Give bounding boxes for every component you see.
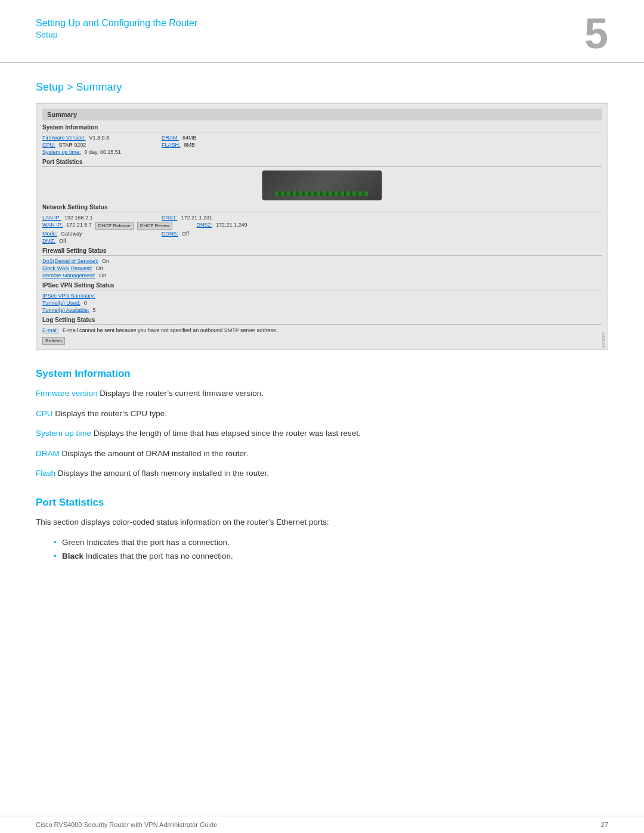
ui-flash-value: 8MB	[184, 142, 196, 148]
flash-paragraph: Flash Displays the amount of flash memor…	[36, 467, 608, 480]
port-stats-heading: Port Statistics	[36, 497, 608, 509]
ui-block-wan-label: Block WAN Request:	[42, 265, 92, 271]
ui-uptime-value: 0 day, 00:15:51	[85, 149, 121, 155]
ui-wan-col: WAN IP: 172.21.5.7 DHCP Release DHCP Ren…	[42, 222, 172, 230]
ui-lan-col: LAN IP: 192.168.2.1	[42, 215, 138, 221]
cpu-paragraph: CPU Displays the router’s CPU type.	[36, 407, 608, 420]
ui-remote-mgmt-value: On	[99, 272, 106, 278]
ui-dram-col: DRAM: 64MB	[162, 135, 257, 141]
cpu-desc: Displays the router’s CPU type.	[53, 409, 168, 418]
ui-firewall-header: Firewall Setting Status	[42, 247, 602, 256]
cpu-term: CPU	[36, 409, 53, 418]
ui-tunnels-used-col: Tunnel(s) Used: 0	[42, 300, 138, 306]
ui-remote-mgmt-row: Remote Management: On	[42, 272, 602, 278]
ui-flash-col: FLASH: 8MB	[162, 142, 257, 148]
ui-ipsec-summary-label: IPSec VPN Summary:	[42, 293, 95, 299]
chapter-subtitle: Setup	[36, 30, 197, 39]
dhcp-renew-button[interactable]: DHCP Renew	[137, 222, 173, 230]
setup-summary-heading: Setup > Summary	[36, 81, 608, 94]
ui-dram-label: DRAM:	[162, 135, 179, 141]
ui-cpu-value: STAR 9202	[59, 142, 86, 148]
ui-email-value: E-mail cannot be sent because you have n…	[63, 327, 277, 333]
ui-refresh-row: Refresh	[42, 337, 602, 345]
router-image	[262, 171, 382, 200]
firmware-term: Firmware version	[36, 389, 98, 398]
ui-ipsec-summary-row: IPSec VPN Summary:	[42, 293, 602, 299]
ui-dram-value: 64MB	[182, 135, 197, 141]
ui-email-col: E-mail: E-mail cannot be sent because yo…	[42, 327, 281, 333]
ui-mockup-title: Summary	[42, 109, 602, 120]
port-stats-intro: This section displays color-coded status…	[36, 516, 608, 529]
ui-dns2-col: DNS2: 172.21.1.249	[196, 222, 292, 230]
ui-mode-col: Mode: Gateway	[42, 231, 138, 237]
ui-tunnels-avail-row: Tunnel(s) Available: 5	[42, 307, 602, 313]
ui-port-stats-header: Port Statistics	[42, 159, 602, 167]
ui-remote-mgmt-label: Remote Management:	[42, 272, 95, 278]
footer-right: 27	[601, 821, 608, 828]
ui-firmware-col: Firmware Version: V1.3.0.3	[42, 135, 138, 141]
ui-flash-label: FLASH:	[162, 142, 181, 148]
refresh-button[interactable]: Refresh	[42, 337, 65, 345]
ui-block-wan-value: On	[96, 265, 103, 271]
ui-dmz-row: DMZ: Off	[42, 238, 602, 244]
ui-tunnels-used-value: 0	[84, 300, 87, 306]
ui-lan-label: LAN IP:	[42, 215, 61, 221]
ui-cpu-col: CPU: STAR 9202	[42, 142, 138, 148]
ui-dos-label: DoS(Denial of Service):	[42, 258, 98, 264]
list-item-1: Black Indicates that the port has no con…	[54, 550, 608, 563]
ui-dmz-label: DMZ:	[42, 238, 55, 244]
firmware-paragraph: Firmware version Displays the router’s c…	[36, 387, 608, 400]
ui-ddns-col: DDNS: Off	[162, 231, 257, 237]
ui-ipsec-summary-col: IPSec VPN Summary:	[42, 293, 138, 299]
page-header: Setting Up and Configuring the Router Se…	[0, 0, 644, 63]
header-title-block: Setting Up and Configuring the Router Se…	[36, 18, 197, 39]
ui-dns1-col: DNS1: 172.21.1.231	[162, 215, 257, 221]
ui-uptime-col: System up time: 0 day, 00:15:51	[42, 149, 138, 155]
uptime-desc: Displays the length of time that has ela…	[91, 429, 361, 438]
ui-ddns-value: Off	[182, 231, 189, 237]
ui-tunnels-used-label: Tunnel(s) Used:	[42, 300, 80, 306]
ui-wan-row: WAN IP: 172.21.5.7 DHCP Release DHCP Ren…	[42, 222, 602, 230]
ui-cpu-row: CPU: STAR 9202 FLASH: 8MB	[42, 142, 602, 148]
ui-tunnels-avail-label: Tunnel(s) Available:	[42, 307, 89, 313]
page-content: Setup > Summary Summary System Informati…	[0, 63, 644, 594]
ui-mockup: Summary System Information Firmware Vers…	[36, 104, 608, 349]
ui-mode-label: Mode:	[42, 231, 57, 237]
ui-block-wan-row: Block WAN Request: On	[42, 265, 602, 271]
page-footer: Cisco RVS4000 Security Router with VPN A…	[0, 816, 644, 833]
system-info-heading: System Information	[36, 368, 608, 380]
ui-dns2-value: 172.21.1.249	[216, 222, 247, 230]
ui-dmz-value: Off	[59, 238, 66, 244]
ui-wan-value: 172.21.5.7	[66, 222, 92, 230]
ui-uptime-row: System up time: 0 day, 00:15:51	[42, 149, 602, 155]
ui-mode-value: Gateway	[61, 231, 82, 237]
flash-desc: Displays the amount of flash memory inst…	[55, 469, 269, 478]
dram-desc: Displays the amount of DRAM installed in…	[60, 449, 249, 458]
ui-email-label: E-mail:	[42, 327, 59, 333]
ui-firmware-value: V1.3.0.3	[89, 135, 110, 141]
ui-uptime-label: System up time:	[42, 149, 81, 155]
ui-dns2-label: DNS2:	[196, 222, 212, 230]
flash-term: Flash	[36, 469, 55, 478]
ui-cpu-label: CPU:	[42, 142, 55, 148]
ui-lan-row: LAN IP: 192.168.2.1 DNS1: 172.21.1.231	[42, 215, 602, 221]
ui-firmware-row: Firmware Version: V1.3.0.3 DRAM: 64MB	[42, 135, 602, 141]
ui-dos-value: On	[102, 258, 109, 264]
list-item-0: Green Indicates that the port has a conn…	[54, 536, 608, 550]
ui-dos-row: DoS(Denial of Service): On	[42, 258, 602, 264]
ui-remote-mgmt-col: Remote Management: On	[42, 272, 138, 278]
ui-tunnels-avail-col: Tunnel(s) Available: 5	[42, 307, 138, 313]
ui-tunnels-avail-value: 5	[93, 307, 96, 313]
ui-log-header: Log Setting Status	[42, 317, 602, 325]
chapter-number: 5	[584, 12, 608, 55]
chapter-title: Setting Up and Configuring the Router	[36, 18, 197, 29]
footer-left: Cisco RVS4000 Security Router with VPN A…	[36, 821, 217, 828]
ui-dns1-label: DNS1:	[162, 215, 178, 221]
ui-ddns-label: DDNS:	[162, 231, 178, 237]
screenshot-box: Summary System Information Firmware Vers…	[36, 103, 608, 350]
ui-dmz-col: DMZ: Off	[42, 238, 138, 244]
fig-number: 235686	[601, 332, 606, 348]
port-stats-list: Green Indicates that the port has a conn…	[54, 536, 608, 563]
ui-tunnels-used-row: Tunnel(s) Used: 0	[42, 300, 602, 306]
dhcp-release-button[interactable]: DHCP Release	[95, 222, 134, 230]
